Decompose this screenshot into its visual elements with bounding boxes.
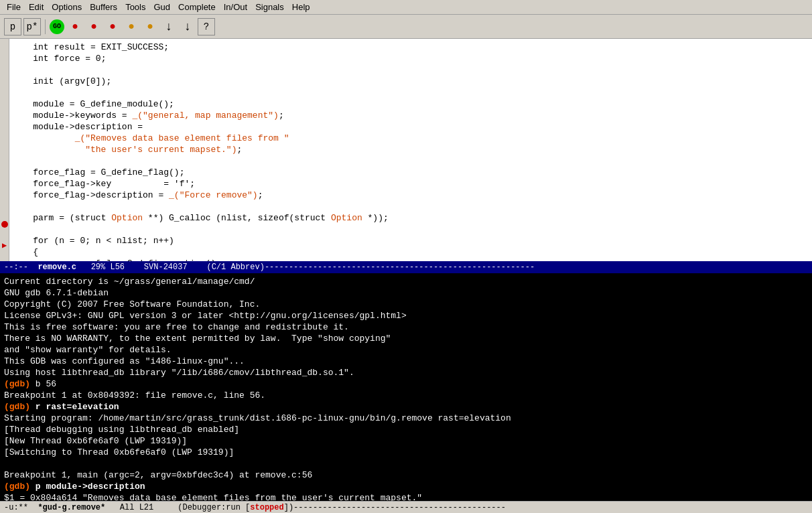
gutter-debug-arrow: ▶ xyxy=(2,240,7,251)
menubar: File Edit Options Buffers Tools Gud Comp… xyxy=(0,0,812,15)
toolbar-finish-button[interactable]: ● xyxy=(141,18,159,35)
menu-signals[interactable]: Signals xyxy=(251,1,288,13)
menu-edit[interactable]: Edit xyxy=(25,1,48,13)
toolbar-separator-1 xyxy=(45,19,46,34)
menu-file[interactable]: File xyxy=(3,1,25,13)
toolbar-step-over-button[interactable]: ● xyxy=(66,18,84,35)
menu-tools[interactable]: Tools xyxy=(121,1,149,13)
gutter-breakpoint xyxy=(1,219,8,230)
toolbar-p-button[interactable]: p xyxy=(4,18,21,35)
menu-options[interactable]: Options xyxy=(48,1,86,13)
toolbar: p p* GO ● ● ● ● ● ↓ ↓ ? xyxy=(0,15,812,39)
toolbar-continue-button[interactable]: ● xyxy=(123,18,140,35)
bottom-status-text: -u:** *gud-g.remove* All L21 (Debugger:r… xyxy=(4,503,506,512)
toolbar-step-into-button[interactable]: ● xyxy=(85,18,103,35)
editor-status-text: --:-- remove.c 29% L56 SVN-24037 (C/1 Ab… xyxy=(4,263,535,272)
toolbar-info-button[interactable]: ? xyxy=(198,18,215,35)
menu-inout[interactable]: In/Out xyxy=(220,1,251,13)
code-content[interactable]: int result = EXIT_SUCCESS; int force = 0… xyxy=(9,39,812,261)
editor-gutter: ▶ xyxy=(0,39,9,261)
editor-status-bar: --:-- remove.c 29% L56 SVN-24037 (C/1 Ab… xyxy=(0,261,812,273)
menu-help[interactable]: Help xyxy=(288,1,314,13)
toolbar-step-button[interactable]: ● xyxy=(104,18,121,35)
bottom-status-bar: -u:** *gud-g.remove* All L21 (Debugger:r… xyxy=(0,501,812,513)
menu-gud[interactable]: Gud xyxy=(149,1,174,13)
toolbar-up-button[interactable]: ↓ xyxy=(160,18,178,35)
menu-buffers[interactable]: Buffers xyxy=(86,1,121,13)
toolbar-down-button[interactable]: ↓ xyxy=(179,18,196,35)
toolbar-go-button[interactable]: GO xyxy=(50,19,64,34)
gdb-terminal[interactable]: Current directory is ~/grass/general/man… xyxy=(0,273,812,501)
code-editor[interactable]: ▶ int result = EXIT_SUCCESS; int force =… xyxy=(0,39,812,261)
main-area: ▶ int result = EXIT_SUCCESS; int force =… xyxy=(0,39,812,513)
toolbar-pstar-button[interactable]: p* xyxy=(23,18,41,35)
menu-complete[interactable]: Complete xyxy=(174,1,220,13)
